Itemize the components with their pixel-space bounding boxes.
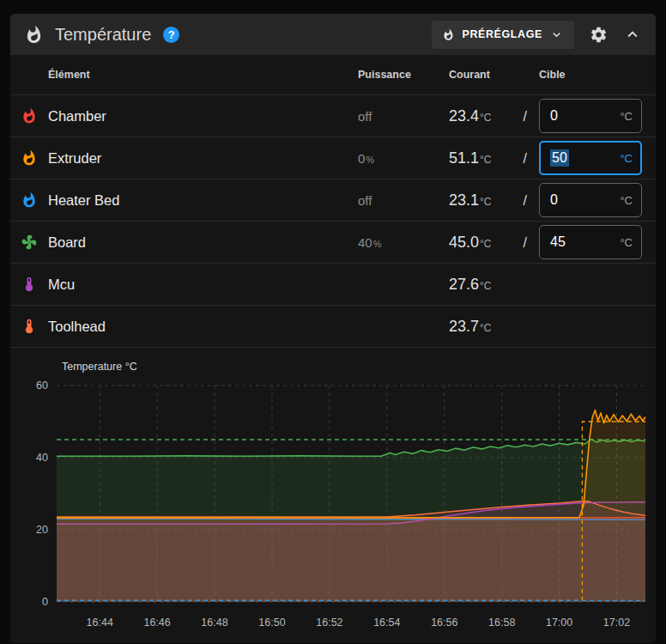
column-current: Courant bbox=[449, 69, 539, 81]
svg-text:20: 20 bbox=[36, 524, 48, 536]
flame-icon bbox=[24, 25, 44, 45]
target-input-board[interactable]: 45°C bbox=[539, 225, 642, 259]
flame-icon bbox=[21, 191, 38, 209]
power-value: 40% bbox=[358, 235, 449, 250]
fan-icon bbox=[21, 234, 38, 251]
chevron-down-icon bbox=[549, 27, 564, 42]
svg-text:16:56: 16:56 bbox=[431, 617, 457, 629]
current-temp: 27.6°C bbox=[449, 276, 539, 294]
column-power: Puissance bbox=[358, 69, 449, 81]
svg-text:16:58: 16:58 bbox=[488, 617, 515, 629]
power-value: off bbox=[358, 109, 449, 124]
svg-text:16:52: 16:52 bbox=[316, 617, 342, 629]
sensor-name: Chamber bbox=[48, 108, 358, 125]
row-chamber: Chamber off 23.4°C/ 0°C bbox=[10, 94, 656, 137]
flame-icon bbox=[21, 149, 38, 167]
row-toolhead: Toolhead 23.7°C bbox=[10, 305, 656, 347]
svg-text:16:44: 16:44 bbox=[87, 617, 113, 629]
temperature-chart: 020406016:4416:4616:4816:5016:5216:5416:… bbox=[10, 347, 656, 643]
thermometer-icon bbox=[21, 276, 38, 293]
preset-button[interactable]: PRÉRÉGLAGE bbox=[432, 21, 574, 49]
column-element: Élément bbox=[48, 69, 358, 81]
power-value: off bbox=[358, 193, 449, 208]
current-temp: 23.1°C/ bbox=[449, 191, 539, 210]
panel-title: Température bbox=[55, 25, 151, 45]
thermometer-icon bbox=[21, 318, 38, 335]
settings-gear-icon[interactable] bbox=[590, 26, 608, 44]
current-temp: 45.0°C/ bbox=[449, 234, 539, 252]
collapse-panel-icon[interactable] bbox=[623, 25, 642, 44]
current-temp: 23.4°C/ bbox=[449, 107, 539, 125]
row-heater-bed: Heater Bed off 23.1°C/ 0°C bbox=[10, 179, 656, 221]
svg-text:40: 40 bbox=[36, 452, 48, 464]
row-mcu: Mcu 27.6°C bbox=[10, 263, 656, 305]
current-temp: 23.7°C bbox=[449, 318, 539, 336]
svg-text:0: 0 bbox=[42, 596, 48, 608]
svg-text:16:50: 16:50 bbox=[258, 617, 285, 629]
row-extruder: Extruder 0% 51.1°C/ 50°C bbox=[10, 137, 656, 179]
column-target: Cible bbox=[539, 69, 656, 81]
target-input-chamber[interactable]: 0°C bbox=[539, 99, 642, 133]
sensor-name: Board bbox=[48, 234, 358, 251]
table-header: Élément Puissance Courant Cible bbox=[10, 55, 656, 94]
svg-text:16:48: 16:48 bbox=[201, 617, 227, 629]
help-icon[interactable]: ? bbox=[163, 27, 179, 43]
svg-text:16:54: 16:54 bbox=[373, 617, 400, 629]
power-value: 0% bbox=[358, 151, 449, 166]
sensor-name: Mcu bbox=[48, 276, 358, 293]
current-temp: 51.1°C/ bbox=[449, 149, 539, 167]
row-board: Board 40% 45.0°C/ 45°C bbox=[10, 221, 656, 263]
flame-icon bbox=[21, 107, 38, 125]
svg-text:17:00: 17:00 bbox=[546, 617, 572, 629]
svg-text:17:02: 17:02 bbox=[603, 617, 630, 629]
preset-button-label: PRÉRÉGLAGE bbox=[462, 28, 542, 40]
sensor-name: Toolhead bbox=[48, 319, 358, 335]
svg-text:16:46: 16:46 bbox=[143, 617, 170, 629]
sensor-name: Heater Bed bbox=[48, 192, 358, 209]
panel-header: Température ? PRÉRÉGLAGE bbox=[10, 14, 656, 55]
svg-text:Temperature °C: Temperature °C bbox=[62, 361, 137, 373]
target-input-extruder[interactable]: 50°C bbox=[539, 141, 642, 175]
svg-text:60: 60 bbox=[36, 380, 48, 392]
temperature-panel: Température ? PRÉRÉGLAGE Élément Puissan… bbox=[10, 14, 656, 643]
sensor-name: Extruder bbox=[48, 150, 358, 167]
target-input-heater-bed[interactable]: 0°C bbox=[539, 183, 642, 217]
flame-icon bbox=[442, 28, 455, 41]
